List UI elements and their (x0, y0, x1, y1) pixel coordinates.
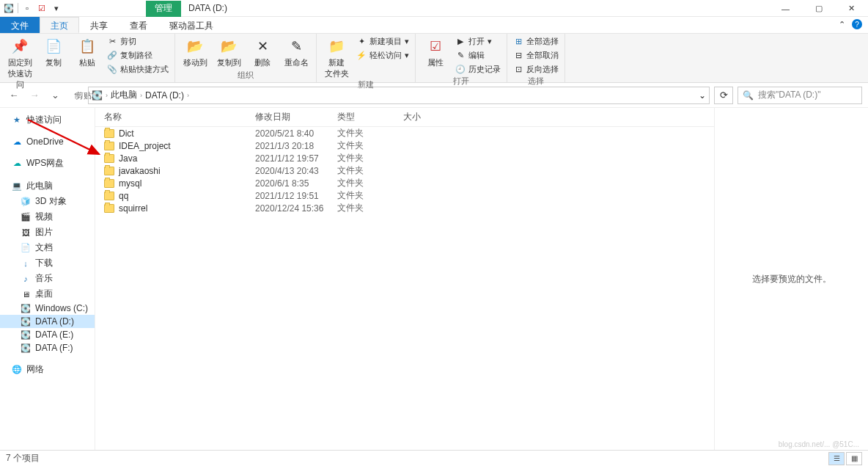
nav-wps[interactable]: ☁WPS网盘 (0, 156, 95, 171)
nav-data-e[interactable]: 💽DATA (E:) (0, 328, 95, 341)
cut-button[interactable]: ✂剪切 (106, 35, 170, 48)
file-name: Dict (119, 128, 134, 139)
nav-pictures[interactable]: 🖼图片 (0, 225, 95, 240)
invert-selection-button[interactable]: ⊡反向选择 (512, 63, 560, 76)
breadcrumb-this-pc[interactable]: 此电脑 (111, 89, 137, 101)
nav-3d-objects[interactable]: 🧊3D 对象 (0, 194, 95, 209)
new-item-button[interactable]: ✦新建项目▾ (355, 35, 411, 48)
qat-dropdown-icon[interactable]: ▾ (51, 2, 62, 14)
maximize-button[interactable]: ▢ (802, 0, 835, 17)
nav-desktop[interactable]: 🖥桌面 (0, 286, 95, 302)
select-all-icon: ⊞ (513, 37, 523, 47)
col-name[interactable]: 名称 (104, 111, 255, 123)
tab-view[interactable]: 查看 (119, 17, 158, 33)
nav-onedrive[interactable]: ☁OneDrive (0, 135, 95, 148)
nav-documents[interactable]: 📄文档 (0, 240, 95, 255)
rename-button[interactable]: ✎重命名 (281, 35, 312, 68)
paste-icon: 📋 (78, 37, 97, 56)
col-date[interactable]: 修改日期 (255, 111, 337, 123)
file-type: 文件夹 (337, 152, 403, 164)
move-to-button[interactable]: 📂移动到 (180, 35, 210, 68)
file-type: 文件夹 (337, 202, 403, 214)
thumbnail-view-button[interactable]: ▦ (846, 452, 862, 465)
properties-button[interactable]: ☑属性 (420, 35, 451, 68)
table-row[interactable]: squirrel2020/12/24 15:36文件夹 (95, 202, 714, 214)
paste-button[interactable]: 📋粘贴 (72, 35, 103, 68)
qat-item[interactable]: ☑ (36, 2, 48, 14)
column-headers: 名称 修改日期 类型 大小 (95, 108, 714, 127)
search-input[interactable]: 🔍 搜索"DATA (D:)" (738, 87, 862, 104)
edit-button[interactable]: ✎编辑 (454, 49, 502, 62)
preview-pane: 选择要预览的文件。 (714, 108, 868, 450)
tab-home[interactable]: 主页 (40, 17, 79, 33)
refresh-button[interactable]: ⟳ (714, 87, 733, 104)
search-placeholder: 搜索"DATA (D:)" (758, 89, 820, 101)
select-none-button[interactable]: ⊟全部取消 (512, 49, 560, 62)
nav-music[interactable]: ♪音乐 (0, 271, 95, 286)
context-tab-manage[interactable]: 管理 (146, 1, 181, 17)
back-button[interactable]: ← (6, 87, 22, 103)
delete-button[interactable]: ✕删除 (247, 35, 278, 68)
recent-dropdown[interactable]: ⌄ (47, 87, 63, 103)
drive-icon: 💽 (21, 343, 31, 353)
select-all-button[interactable]: ⊞全部选择 (512, 35, 560, 48)
qat-item[interactable]: ▫ (21, 2, 33, 14)
nav-quick-access[interactable]: ★快速访问 (0, 112, 95, 128)
table-row[interactable]: qq2021/1/12 19:51文件夹 (95, 189, 714, 202)
file-date: 2020/4/13 20:43 (255, 166, 337, 176)
nav-downloads[interactable]: ↓下载 (0, 255, 95, 271)
nav-data-f[interactable]: 💽DATA (F:) (0, 341, 95, 354)
table-row[interactable]: Java2021/1/12 19:57文件夹 (95, 152, 714, 164)
address-bar[interactable]: 💽 › 此电脑 › DATA (D:) › ⌄ (88, 87, 710, 104)
paste-shortcut-button[interactable]: 📎粘贴快捷方式 (106, 63, 170, 76)
copy-button[interactable]: 📄复制 (38, 35, 69, 68)
delete-icon: ✕ (253, 37, 272, 56)
path-icon: 🔗 (107, 51, 117, 61)
tab-file[interactable]: 文件 (0, 17, 40, 33)
video-icon: 🎬 (21, 212, 31, 222)
nav-network[interactable]: 🌐网络 (0, 362, 95, 377)
file-type: 文件夹 (337, 127, 403, 139)
col-type[interactable]: 类型 (337, 111, 403, 123)
collapse-ribbon-icon[interactable]: ⌃ (836, 18, 847, 30)
col-size[interactable]: 大小 (403, 111, 447, 123)
navigation-pane: ★快速访问 ☁OneDrive ☁WPS网盘 💻此电脑 🧊3D 对象 🎬视频 🖼… (0, 108, 95, 450)
folder-icon (104, 129, 114, 138)
up-button[interactable]: ↑ (67, 87, 84, 103)
address-dropdown-icon[interactable]: ⌄ (699, 90, 706, 101)
open-button[interactable]: ▶打开▾ (454, 35, 502, 48)
help-icon[interactable]: ? (852, 19, 862, 29)
copy-path-button[interactable]: 🔗复制路径 (106, 49, 170, 62)
item-count: 7 个项目 (6, 452, 40, 465)
tab-drive-tools[interactable]: 驱动器工具 (158, 17, 224, 33)
tab-share[interactable]: 共享 (79, 17, 119, 33)
file-name: javakaoshi (119, 166, 161, 176)
minimize-button[interactable]: — (769, 0, 802, 17)
close-button[interactable]: ✕ (835, 0, 868, 17)
table-row[interactable]: Dict2020/5/21 8:40文件夹 (95, 127, 714, 139)
table-row[interactable]: mysql2020/6/1 8:35文件夹 (95, 177, 714, 189)
details-view-button[interactable]: ☰ (828, 452, 845, 465)
chevron-icon[interactable]: › (187, 92, 189, 99)
chevron-icon[interactable]: › (140, 92, 142, 99)
chevron-icon[interactable]: › (106, 92, 108, 99)
folder-icon (104, 142, 114, 150)
folder-icon: 📁 (327, 37, 346, 56)
nav-windows-c[interactable]: 💽Windows (C:) (0, 302, 95, 315)
access-icon: ⚡ (356, 51, 367, 61)
breadcrumb-data-d[interactable]: DATA (D:) (145, 90, 184, 101)
pin-button[interactable]: 📌固定到 快速访问 (4, 35, 35, 90)
table-row[interactable]: IDEA_project2021/1/3 20:18文件夹 (95, 139, 714, 152)
table-row[interactable]: javakaoshi2020/4/13 20:43文件夹 (95, 164, 714, 177)
nav-videos[interactable]: 🎬视频 (0, 209, 95, 225)
history-button[interactable]: 🕘历史记录 (454, 63, 502, 76)
forward-button[interactable]: → (26, 87, 43, 103)
copy-to-button[interactable]: 📂复制到 (213, 35, 244, 68)
nav-data-d[interactable]: 💽DATA (D:) (0, 315, 95, 328)
new-folder-button[interactable]: 📁新建 文件夹 (321, 35, 352, 79)
easy-access-button[interactable]: ⚡轻松访问▾ (355, 49, 411, 62)
file-type: 文件夹 (337, 177, 403, 189)
nav-this-pc[interactable]: 💻此电脑 (0, 178, 95, 194)
file-date: 2020/5/21 8:40 (255, 128, 337, 139)
ribbon-group-open: ☑属性 ▶打开▾ ✎编辑 🕘历史记录 打开 (416, 34, 507, 82)
